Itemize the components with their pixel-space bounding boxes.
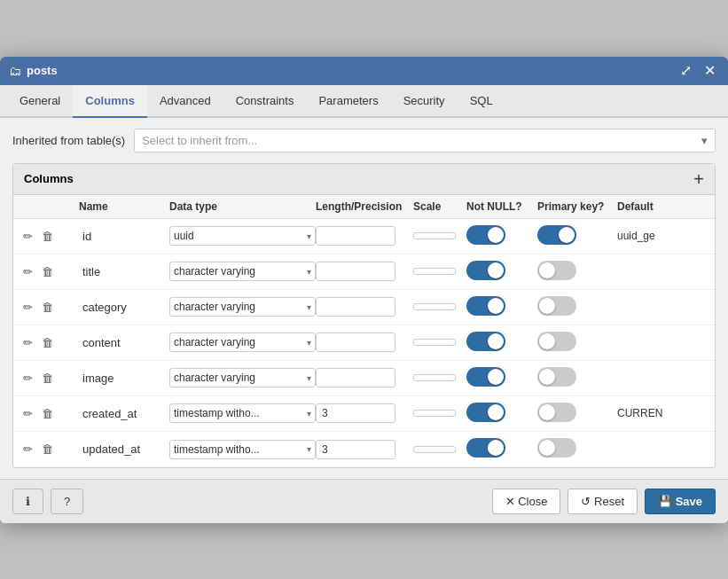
scale-cell bbox=[413, 410, 466, 417]
tab-constraints[interactable]: Constraints bbox=[223, 85, 307, 118]
delete-column-button[interactable]: 🗑 bbox=[39, 262, 56, 281]
data-type-select[interactable]: character varying ▾ bbox=[169, 262, 316, 281]
column-name: id bbox=[79, 230, 169, 243]
tab-sql[interactable]: SQL bbox=[458, 85, 505, 118]
primary-key-cell bbox=[537, 225, 617, 247]
row-actions: ✏ 🗑 bbox=[20, 333, 79, 352]
length-cell bbox=[316, 226, 413, 246]
edit-column-button[interactable]: ✏ bbox=[20, 333, 35, 352]
edit-column-button[interactable]: ✏ bbox=[20, 298, 35, 317]
primary-key-toggle[interactable] bbox=[537, 332, 576, 351]
primary-key-toggle[interactable] bbox=[537, 261, 576, 280]
table-row: ✏ 🗑 content character varying ▾ bbox=[13, 325, 715, 361]
tab-bar: General Columns Advanced Constraints Par… bbox=[0, 85, 728, 118]
tab-parameters[interactable]: Parameters bbox=[306, 85, 390, 118]
main-content: Inherited from table(s) Select to inheri… bbox=[0, 118, 728, 479]
scale-value[interactable] bbox=[413, 446, 456, 453]
not-null-toggle[interactable] bbox=[466, 438, 505, 458]
scale-value[interactable] bbox=[413, 339, 456, 346]
info-button[interactable]: ℹ bbox=[12, 489, 43, 514]
primary-key-toggle[interactable] bbox=[537, 225, 576, 245]
primary-key-toggle[interactable] bbox=[537, 403, 576, 422]
table-row: ✏ 🗑 id uuid ▾ uuid_ge bbox=[13, 219, 715, 254]
data-type-text: uuid bbox=[174, 230, 194, 242]
data-type-chevron-icon: ▾ bbox=[307, 444, 311, 454]
tab-security[interactable]: Security bbox=[391, 85, 458, 118]
length-value[interactable]: 3 bbox=[316, 440, 395, 459]
scale-value[interactable] bbox=[413, 410, 456, 417]
data-type-select[interactable]: character varying ▾ bbox=[169, 333, 316, 352]
delete-column-button[interactable]: 🗑 bbox=[39, 440, 56, 458]
delete-column-button[interactable]: 🗑 bbox=[39, 369, 56, 387]
scale-cell bbox=[413, 446, 466, 453]
data-type-select[interactable]: timestamp witho... ▾ bbox=[169, 440, 316, 459]
edit-column-button[interactable]: ✏ bbox=[20, 227, 35, 246]
edit-column-button[interactable]: ✏ bbox=[20, 440, 35, 458]
primary-key-toggle[interactable] bbox=[537, 438, 576, 458]
inherit-select[interactable]: Select to inherit from... ▾ bbox=[134, 129, 716, 153]
data-type-select[interactable]: character varying ▾ bbox=[169, 297, 316, 317]
length-value[interactable]: 3 bbox=[316, 403, 395, 423]
data-type-chevron-icon: ▾ bbox=[307, 267, 311, 277]
length-input[interactable] bbox=[316, 226, 395, 246]
scale-value[interactable] bbox=[413, 232, 456, 239]
scale-value[interactable] bbox=[413, 303, 456, 310]
primary-key-cell bbox=[537, 332, 617, 354]
maximize-button[interactable]: ⤢ bbox=[677, 62, 695, 80]
table-row: ✏ 🗑 category character varying ▾ bbox=[13, 290, 715, 325]
edit-column-button[interactable]: ✏ bbox=[20, 262, 35, 281]
length-input[interactable] bbox=[316, 297, 395, 317]
help-button[interactable]: ? bbox=[51, 489, 83, 514]
column-name: created_at bbox=[79, 407, 169, 420]
not-null-toggle[interactable] bbox=[466, 367, 505, 387]
data-type-cell: character varying ▾ bbox=[169, 368, 316, 387]
column-name: title bbox=[79, 265, 169, 278]
primary-key-toggle[interactable] bbox=[537, 296, 576, 316]
not-null-toggle[interactable] bbox=[466, 225, 505, 245]
length-input[interactable] bbox=[316, 262, 395, 281]
default-cell: uuid_ge bbox=[617, 230, 708, 242]
tab-advanced[interactable]: Advanced bbox=[147, 85, 223, 118]
data-type-select[interactable]: timestamp witho... ▾ bbox=[169, 403, 316, 423]
delete-column-button[interactable]: 🗑 bbox=[39, 333, 56, 352]
close-dialog-button[interactable]: ✕ Close bbox=[492, 489, 561, 514]
data-type-text: timestamp witho... bbox=[174, 443, 260, 456]
default-cell: CURREN bbox=[617, 407, 708, 419]
table-row: ✏ 🗑 image character varying ▾ bbox=[13, 361, 715, 396]
not-null-toggle[interactable] bbox=[466, 403, 505, 422]
delete-column-button[interactable]: 🗑 bbox=[39, 298, 56, 317]
scale-value[interactable] bbox=[413, 268, 456, 275]
length-input[interactable] bbox=[316, 368, 395, 387]
row-actions: ✏ 🗑 bbox=[20, 262, 79, 281]
length-cell bbox=[316, 368, 413, 387]
data-type-text: character varying bbox=[174, 265, 255, 278]
columns-section-title: Columns bbox=[24, 172, 74, 185]
not-null-toggle[interactable] bbox=[466, 332, 505, 351]
close-button[interactable]: ✕ bbox=[701, 62, 719, 80]
reset-button[interactable]: ↺ Reset bbox=[568, 489, 638, 514]
inherit-row: Inherited from table(s) Select to inheri… bbox=[12, 129, 716, 153]
add-column-button[interactable]: + bbox=[693, 170, 704, 188]
not-null-toggle[interactable] bbox=[466, 296, 505, 316]
data-type-chevron-icon: ▾ bbox=[307, 409, 311, 419]
data-type-cell: character varying ▾ bbox=[169, 262, 316, 281]
data-type-select[interactable]: uuid ▾ bbox=[169, 226, 316, 246]
inherit-chevron-icon: ▾ bbox=[701, 134, 708, 147]
data-type-text: timestamp witho... bbox=[174, 407, 260, 419]
edit-column-button[interactable]: ✏ bbox=[20, 404, 35, 423]
not-null-cell bbox=[466, 261, 537, 283]
delete-column-button[interactable]: 🗑 bbox=[39, 404, 56, 423]
not-null-cell bbox=[466, 403, 537, 425]
primary-key-toggle[interactable] bbox=[537, 367, 576, 387]
row-actions: ✏ 🗑 bbox=[20, 404, 79, 423]
length-input[interactable] bbox=[316, 333, 395, 352]
scale-value[interactable] bbox=[413, 374, 456, 381]
edit-column-button[interactable]: ✏ bbox=[20, 369, 35, 387]
save-button[interactable]: 💾 Save bbox=[645, 489, 716, 514]
not-null-toggle[interactable] bbox=[466, 261, 505, 280]
tab-general[interactable]: General bbox=[7, 85, 73, 118]
tab-columns[interactable]: Columns bbox=[73, 85, 147, 118]
title-bar: 🗂 posts ⤢ ✕ bbox=[0, 57, 728, 85]
data-type-select[interactable]: character varying ▾ bbox=[169, 368, 316, 387]
delete-column-button[interactable]: 🗑 bbox=[39, 227, 56, 246]
